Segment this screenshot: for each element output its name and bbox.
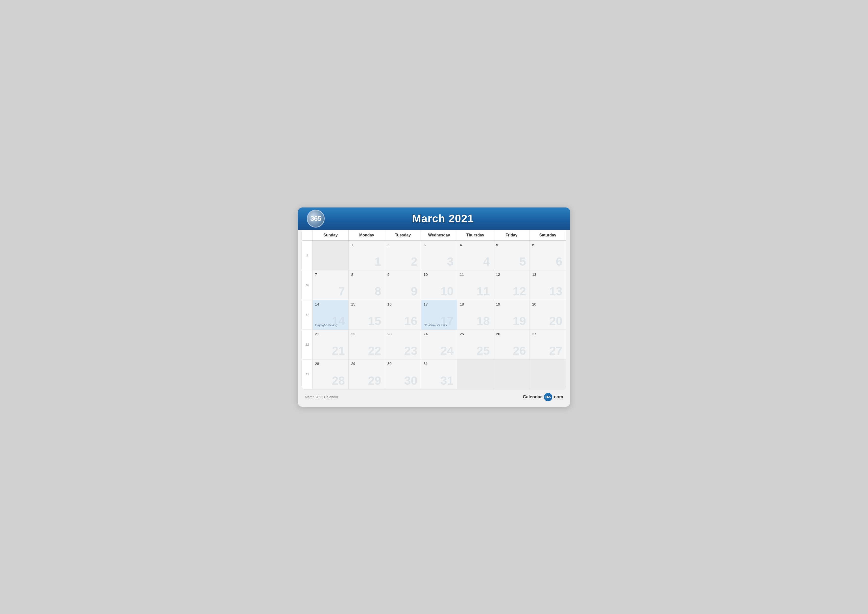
day-watermark: 24 (440, 345, 454, 357)
day-cell-24[interactable]: 2424 (421, 330, 457, 359)
calendar-header: 365 March 2021 (298, 207, 570, 230)
day-watermark: 9 (411, 286, 417, 297)
day-number: 20 (532, 302, 563, 306)
day-number: 16 (388, 302, 418, 306)
day-cell-13[interactable]: 1313 (530, 270, 566, 300)
day-number: 15 (351, 302, 382, 306)
day-cell-10[interactable]: 1010 (421, 270, 457, 300)
day-cell-empty-0[interactable] (313, 241, 349, 270)
day-cell-6[interactable]: 66 (530, 241, 566, 270)
day-number: 1 (351, 242, 382, 247)
day-header-sunday: Sunday (313, 230, 349, 240)
day-number: 17 (424, 302, 454, 306)
day-watermark: 4 (483, 256, 490, 267)
day-cell-31[interactable]: 3131 (421, 359, 457, 389)
day-cell-3[interactable]: 33 (421, 241, 457, 270)
day-number: 3 (424, 242, 454, 247)
week-num-12: 12 (302, 330, 313, 359)
day-number: 25 (460, 332, 491, 336)
day-cell-14[interactable]: 1414Daylight Saving (313, 300, 349, 330)
day-watermark: 25 (477, 345, 490, 357)
day-header-friday: Friday (493, 230, 530, 240)
day-cell-18[interactable]: 1818 (457, 300, 493, 330)
day-cell-19[interactable]: 1919 (493, 300, 530, 330)
day-number: 26 (496, 332, 527, 336)
event-label: St. Patrick's Day (424, 323, 447, 327)
day-number: 29 (351, 361, 382, 366)
calendar-title: March 2021 (325, 213, 561, 225)
day-header-wednesday: Wednesday (421, 230, 457, 240)
footer-caption: March 2021 Calendar (305, 395, 338, 399)
day-cell-29[interactable]: 2929 (349, 359, 385, 389)
day-cell-16[interactable]: 1616 (385, 300, 421, 330)
day-number: 23 (388, 332, 418, 336)
day-cell-21[interactable]: 2121 (313, 330, 349, 359)
day-watermark: 11 (477, 286, 490, 297)
day-number: 24 (424, 332, 454, 336)
day-watermark: 8 (375, 286, 381, 297)
day-watermark: 2 (411, 256, 417, 267)
day-number: 5 (496, 242, 527, 247)
day-cell-1[interactable]: 11 (349, 241, 385, 270)
day-number: 21 (315, 332, 346, 336)
day-cell-28[interactable]: 2828 (313, 359, 349, 389)
week-num-11: 11 (302, 300, 313, 330)
day-cell-4[interactable]: 44 (457, 241, 493, 270)
day-cell-11[interactable]: 1111 (457, 270, 493, 300)
day-number: 10 (424, 272, 454, 277)
day-cell-23[interactable]: 2323 (385, 330, 421, 359)
day-number: 8 (351, 272, 382, 277)
day-number: 31 (424, 361, 454, 366)
day-watermark: 31 (440, 375, 454, 387)
day-cell-17[interactable]: 1717St. Patrick's Day (421, 300, 457, 330)
day-watermark: 23 (404, 345, 417, 357)
day-watermark: 10 (440, 286, 454, 297)
day-watermark: 28 (332, 375, 345, 387)
day-watermark: 22 (368, 345, 381, 357)
day-number: 9 (388, 272, 418, 277)
day-watermark: 15 (368, 315, 381, 327)
day-cell-empty-4[interactable] (457, 359, 493, 389)
day-number: 4 (460, 242, 491, 247)
day-watermark: 20 (549, 315, 563, 327)
logo-badge: 365 (307, 210, 325, 227)
day-number: 14 (315, 302, 346, 306)
calendar-body: Sunday Monday Tuesday Wednesday Thursday… (302, 230, 566, 389)
day-watermark: 7 (338, 286, 345, 297)
day-cell-8[interactable]: 88 (349, 270, 385, 300)
day-cell-22[interactable]: 2222 (349, 330, 385, 359)
day-cell-27[interactable]: 2727 (530, 330, 566, 359)
day-watermark: 18 (477, 315, 490, 327)
day-number: 13 (532, 272, 563, 277)
day-watermark: 3 (447, 256, 454, 267)
footer-brand: Calendar- 365 .com (523, 393, 563, 401)
day-watermark: 16 (404, 315, 417, 327)
week-num-13: 13 (302, 359, 313, 389)
day-watermark: 1 (375, 256, 381, 267)
day-cell-12[interactable]: 1212 (493, 270, 530, 300)
day-headers-row: Sunday Monday Tuesday Wednesday Thursday… (302, 230, 566, 241)
day-header-tuesday: Tuesday (385, 230, 421, 240)
day-cell-5[interactable]: 55 (493, 241, 530, 270)
day-cell-7[interactable]: 77 (313, 270, 349, 300)
week-num-header-empty (302, 230, 313, 240)
day-number: 6 (532, 242, 563, 247)
day-cell-20[interactable]: 2020 (530, 300, 566, 330)
day-cell-9[interactable]: 99 (385, 270, 421, 300)
week-num-9: 9 (302, 241, 313, 270)
day-number: 28 (315, 361, 346, 366)
day-cell-15[interactable]: 1515 (349, 300, 385, 330)
day-watermark: 12 (513, 286, 526, 297)
day-cell-2[interactable]: 22 (385, 241, 421, 270)
day-number: 18 (460, 302, 491, 306)
day-cell-empty-6[interactable] (530, 359, 566, 389)
day-watermark: 30 (404, 375, 417, 387)
day-cell-30[interactable]: 3030 (385, 359, 421, 389)
footer-brand-circle: 365 (544, 393, 552, 401)
calendar-page: 365 March 2021 Sunday Monday Tuesday Wed… (298, 207, 570, 407)
day-number: 30 (388, 361, 418, 366)
day-cell-26[interactable]: 2626 (493, 330, 530, 359)
day-cell-25[interactable]: 2525 (457, 330, 493, 359)
day-cell-empty-5[interactable] (493, 359, 530, 389)
day-watermark: 29 (368, 375, 381, 387)
